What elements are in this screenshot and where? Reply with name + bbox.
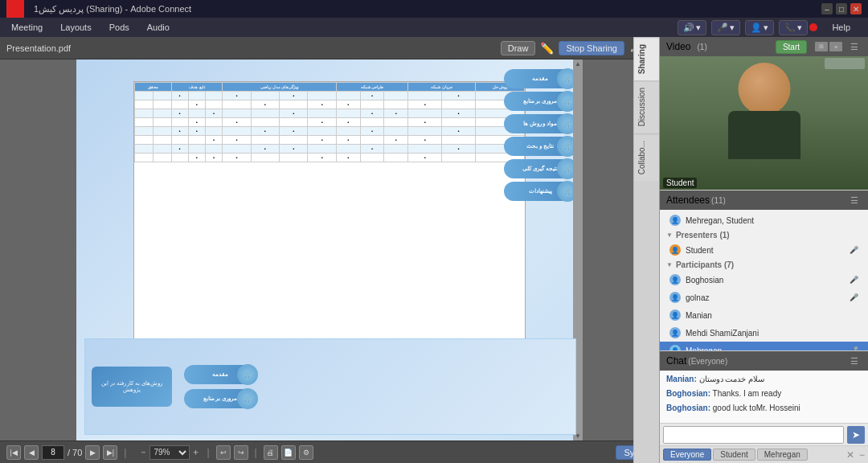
video-count: (1): [697, 43, 706, 51]
chat-msg-1: Manian: سلام خدمت دوستان: [666, 374, 862, 385]
page-number-input[interactable]: [42, 445, 64, 460]
chat-msg-2: Boghosian: Thanks. I am ready: [666, 388, 862, 399]
person-head: [738, 63, 790, 115]
page-separator: / 70: [68, 448, 82, 457]
zoom-display: － 79% 100% 50% ＋: [139, 445, 200, 460]
menu-pods[interactable]: Pods: [101, 21, 137, 34]
side-tab-discussion[interactable]: Discussion: [634, 80, 659, 133]
redo-button[interactable]: ↪: [234, 445, 248, 460]
separator2: |: [207, 447, 209, 458]
video-options-icon[interactable]: ☰: [847, 42, 862, 52]
chat-audience: (Everyone): [688, 357, 727, 366]
attendees-options-icon[interactable]: ☰: [847, 195, 862, 206]
chat-input[interactable]: [663, 426, 844, 444]
attendees-count: (11): [711, 196, 726, 205]
video-simulation: Student: [660, 56, 868, 190]
zoom-select[interactable]: 79% 100% 50%: [149, 445, 190, 460]
settings-button[interactable]: ⚙: [299, 445, 313, 460]
mic-on-icon: 🎤: [849, 245, 858, 255]
slide-bottom-icon1: 🛒: [237, 364, 258, 385]
camera-icon: 👤: [751, 23, 762, 33]
chat-send-button[interactable]: ➤: [847, 426, 865, 444]
participant-name-1: Boghosian: [686, 276, 844, 285]
zoom-in-icon[interactable]: ＋: [191, 446, 200, 458]
pencil-icon: ✏️: [540, 42, 554, 55]
minimize-button[interactable]: –: [821, 3, 833, 14]
slide-btn-intro[interactable]: مقدمه 🛒: [504, 69, 576, 88]
person-body: [728, 111, 800, 159]
window-controls[interactable]: – □ ✕: [821, 3, 862, 14]
help-button[interactable]: Help: [824, 21, 858, 34]
video-title: Video: [666, 41, 690, 52]
chat-filter-tabs: Everyone Student Mehregan ✕ −: [660, 445, 868, 463]
slide-btn-refs[interactable]: مروری بر منابع 🛒: [504, 92, 576, 111]
attendee-mehregan: 👤 Mehregan 🎤: [660, 342, 868, 350]
list-view-icon[interactable]: ≡: [829, 42, 842, 51]
triangle-icon: ▼: [666, 232, 673, 239]
chat-sender-2: Boghosian:: [666, 389, 710, 398]
nav-prev-button[interactable]: ◀: [24, 445, 39, 460]
slide-background: محقق تابع هدف ویژگی‌های مدل ریاضی طراحی …: [76, 59, 583, 440]
presentation-toolbar: Presentation.pdf Draw ✏️ Stop Sharing ⤢ …: [0, 37, 659, 59]
filter-mehregan[interactable]: Mehregan: [757, 449, 808, 461]
chat-collapse-icon[interactable]: −: [859, 449, 865, 461]
ac-unit: [825, 58, 865, 69]
attendees-header: Attendees (11) ☰: [660, 191, 868, 210]
chat-options-icon[interactable]: ☰: [847, 356, 862, 367]
menu-layouts[interactable]: Layouts: [52, 21, 100, 34]
undo-button[interactable]: ↩: [216, 445, 231, 460]
slide-bottom-btn1[interactable]: مقدمه 🛒: [184, 365, 256, 384]
slide-bottom-btn2[interactable]: مروری بر منابع 🛒: [184, 389, 256, 408]
filter-student[interactable]: Student: [713, 449, 755, 461]
slide-btn-methods[interactable]: مواد و روش ها 🛒: [504, 114, 576, 133]
slide-btn-results[interactable]: نتایج و بحث 🛒: [504, 137, 576, 156]
scroll-up-icon[interactable]: ▲: [575, 60, 581, 68]
camera-control-btn[interactable]: 👤▾: [745, 20, 774, 35]
side-tab-sharing[interactable]: Sharing: [634, 37, 659, 80]
slide-table: محقق تابع هدف ویژگی‌های مدل ریاضی طراحی …: [133, 81, 526, 340]
grid-view-icon[interactable]: ⊞: [815, 42, 828, 51]
mic-icon-2: 🎤: [849, 293, 858, 302]
nav-next-button[interactable]: ▶: [85, 445, 100, 460]
draw-button[interactable]: Draw: [501, 41, 536, 55]
chat-close-icon[interactable]: ✕: [846, 449, 854, 461]
side-tab-collab[interactable]: Collabo...: [634, 133, 659, 181]
nav-last-button[interactable]: ▶|: [103, 445, 117, 460]
participant-icon-2: 👤: [669, 292, 681, 303]
phone-control-btn[interactable]: 📞▾: [779, 20, 808, 35]
audio-control-btn[interactable]: 🔊▾: [678, 20, 706, 35]
presentation-panel: Presentation.pdf Draw ✏️ Stop Sharing ⤢ …: [0, 37, 659, 463]
presenter-name: Student: [686, 246, 844, 255]
start-video-button[interactable]: Start: [776, 40, 807, 54]
main-area: Presentation.pdf Draw ✏️ Stop Sharing ⤢ …: [0, 37, 868, 463]
close-button[interactable]: ✕: [850, 3, 862, 14]
upload-button[interactable]: 📄: [281, 445, 296, 460]
slide-btn-conclusion[interactable]: نتیجه گیری کلی 🛒: [504, 159, 576, 178]
print-button[interactable]: 🖨: [264, 445, 278, 460]
filter-everyone[interactable]: Everyone: [663, 449, 711, 461]
separator3: |: [255, 447, 257, 458]
nav-first-button[interactable]: |◀: [6, 445, 21, 460]
slide-btn-suggestions[interactable]: پیشنهادات 🛒: [504, 182, 576, 201]
presentation-filename: Presentation.pdf: [6, 43, 496, 53]
video-section: Video (1) Start ⊞ ≡ ☰: [660, 37, 868, 190]
participant-icon-5: 👤: [669, 345, 681, 350]
chat-title: Chat: [666, 355, 686, 367]
chat-msg-3: Boghosian: good luck toMr. Hosseini: [666, 403, 862, 414]
zoom-out-icon[interactable]: －: [139, 446, 148, 458]
participants-group-label: ▼ Participants (7): [660, 259, 868, 271]
mic-icon-1: 🎤: [849, 275, 858, 285]
chat-header: Chat (Everyone) ☰: [660, 351, 868, 371]
separator: |: [124, 447, 126, 458]
participant-icon-1: 👤: [669, 274, 681, 285]
mic-control-btn[interactable]: 🎤▾: [711, 20, 740, 35]
maximize-button[interactable]: □: [836, 3, 847, 14]
student-video-label: Student: [663, 178, 697, 188]
attendee-student: 👤 Student 🎤: [660, 241, 868, 259]
chat-text-2: Thanks. I am ready: [713, 389, 782, 398]
stop-sharing-button[interactable]: Stop Sharing: [559, 41, 624, 55]
right-panel: Video (1) Start ⊞ ≡ ☰: [659, 37, 868, 463]
menu-meeting[interactable]: Meeting: [3, 21, 51, 34]
participant-name-3: Manian: [686, 311, 858, 320]
menu-audio[interactable]: Audio: [139, 21, 178, 34]
